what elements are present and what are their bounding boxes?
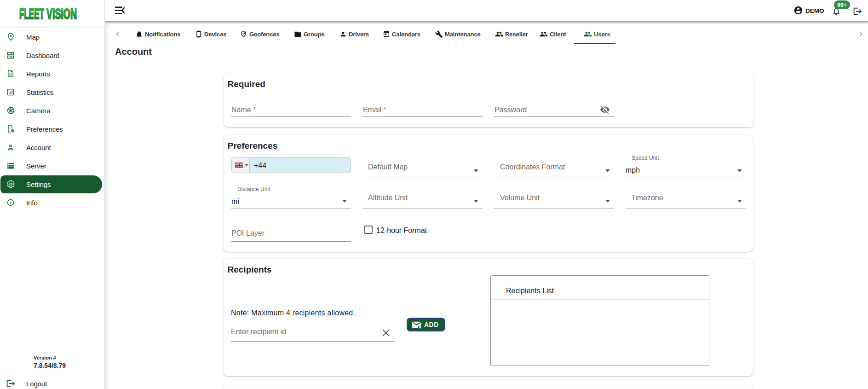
svg-text:VISION: VISION [46, 6, 77, 20]
svg-text:FLEET: FLEET [19, 6, 44, 20]
